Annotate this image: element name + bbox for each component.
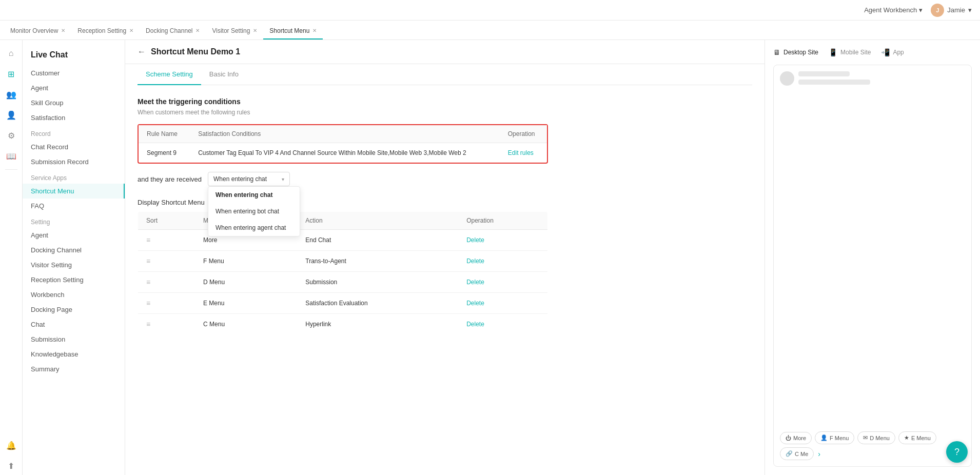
- delete-link[interactable]: Delete: [466, 236, 484, 244]
- sidebar-item-docking-channel[interactable]: Docking Channel: [23, 243, 125, 258]
- preview-btn-f-menu-label: F Menu: [830, 435, 849, 441]
- avatar: J: [931, 4, 944, 17]
- drag-handle[interactable]: ≡: [146, 257, 150, 265]
- tab-monitor-overview[interactable]: Monitor Overview ✕: [4, 27, 71, 39]
- close-tab-monitor-overview[interactable]: ✕: [61, 28, 65, 33]
- back-button[interactable]: ←: [138, 47, 146, 56]
- condition-dropdown-trigger[interactable]: When entering chat ▾: [208, 172, 290, 186]
- dd-item-entering-bot[interactable]: When entering bot chat: [208, 203, 300, 220]
- menu-action-cell: Satisfaction Evaluation: [297, 293, 458, 314]
- preview-mobile-label: Mobile Site: [840, 49, 871, 56]
- preview-btn-f-menu[interactable]: 👤 F Menu: [815, 431, 854, 444]
- menu-action-cell: End Chat: [297, 230, 458, 251]
- trigger-section-title: Meet the triggering conditions: [138, 97, 752, 106]
- shortcut-table: Sort Menu Name Action Operation ≡ More E…: [138, 211, 548, 335]
- preview-tab-mobile[interactable]: 📱 Mobile Site: [829, 48, 871, 56]
- sidebar-item-satisfaction[interactable]: Satisfaction: [23, 110, 125, 125]
- preview-chat-area: ⏻ More 👤 F Menu ✉ D Menu ★ E Menu: [773, 65, 972, 467]
- edit-rules-link[interactable]: Edit rules: [508, 149, 534, 156]
- rule-operation-cell: Edit rules: [500, 143, 547, 163]
- rules-col-name: Rule Name: [139, 125, 190, 143]
- agent-workbench-dropdown[interactable]: Agent Workbench ▾: [864, 6, 923, 14]
- shortcut-col-operation: Operation: [458, 212, 547, 230]
- sidebar-item-customer[interactable]: Customer: [23, 66, 125, 81]
- chevron-down-icon: ▾: [282, 176, 284, 182]
- table-row: ≡ More End Chat Delete: [138, 230, 548, 251]
- delete-link[interactable]: Delete: [466, 279, 484, 286]
- nav-section-record: Record: [23, 125, 125, 140]
- table-row: ≡ C Menu Hyperlink Delete: [138, 314, 548, 335]
- drag-handle[interactable]: ≡: [146, 236, 150, 244]
- star-icon: ★: [904, 434, 909, 441]
- preview-btn-e-menu[interactable]: ★ E Menu: [898, 431, 936, 444]
- drag-handle[interactable]: ≡: [146, 278, 150, 286]
- tab-shortcut-menu[interactable]: Shortcut Menu ✕: [263, 27, 323, 39]
- preview-tab-desktop[interactable]: 🖥 Desktop Site: [773, 48, 818, 56]
- sidebar-item-shortcut-menu[interactable]: Shortcut Menu: [23, 184, 125, 199]
- delete-link[interactable]: Delete: [466, 321, 484, 328]
- menu-name-cell: C Menu: [195, 314, 297, 335]
- icon-book[interactable]: 📖: [2, 147, 21, 165]
- page-title: Shortcut Menu Demo 1: [151, 47, 240, 56]
- desktop-icon: 🖥: [773, 48, 780, 56]
- sidebar-item-chat[interactable]: Chat: [23, 317, 125, 332]
- sidebar-item-reception-setting[interactable]: Reception Setting: [23, 272, 125, 287]
- power-icon: ⏻: [786, 435, 791, 441]
- drag-handle[interactable]: ≡: [146, 320, 150, 328]
- sidebar-item-submission-record[interactable]: Submission Record: [23, 154, 125, 169]
- icon-settings[interactable]: ⚙: [2, 126, 21, 145]
- tab-reception-setting[interactable]: Reception Setting ✕: [71, 27, 140, 39]
- delete-link[interactable]: Delete: [466, 300, 484, 307]
- sidebar-item-chat-record[interactable]: Chat Record: [23, 140, 125, 154]
- content-header: ← Shortcut Menu Demo 1: [125, 40, 765, 64]
- rule-conditions-cell: Customer Tag Equal To VIP 4 And Channel …: [190, 143, 500, 163]
- sidebar-item-faq[interactable]: FAQ: [23, 199, 125, 213]
- icon-upload[interactable]: ⬆: [2, 457, 21, 475]
- table-row: ≡ E Menu Satisfaction Evaluation Delete: [138, 293, 548, 314]
- tab-visitor-setting[interactable]: Visitor Setting ✕: [206, 27, 263, 39]
- condition-row: and they are received When entering chat…: [138, 172, 752, 186]
- delete-link[interactable]: Delete: [466, 258, 484, 265]
- preview-btn-more[interactable]: ⏻ More: [780, 432, 812, 444]
- close-tab-visitor-setting[interactable]: ✕: [253, 28, 257, 33]
- drag-handle[interactable]: ≡: [146, 299, 150, 307]
- preview-btn-d-menu[interactable]: ✉ D Menu: [857, 431, 895, 444]
- sidebar-item-knowledgebase[interactable]: Knowledgebase: [23, 347, 125, 362]
- sidebar-item-workbench[interactable]: Workbench: [23, 287, 125, 302]
- sidebar-item-summary[interactable]: Summary: [23, 362, 125, 377]
- agent-workbench-label: Agent Workbench: [864, 6, 917, 14]
- preview-btn-c-menu[interactable]: 🔗 C Me: [780, 447, 814, 460]
- shortcut-col-sort: Sort: [138, 212, 195, 230]
- icon-grid[interactable]: ⊞: [2, 65, 21, 83]
- close-tab-shortcut-menu[interactable]: ✕: [312, 28, 317, 33]
- icon-separator: [5, 169, 17, 170]
- icon-person[interactable]: 👤: [2, 106, 21, 124]
- sidebar-item-docking-page[interactable]: Docking Page: [23, 302, 125, 317]
- dd-item-entering-agent[interactable]: When entering agent chat: [208, 220, 300, 236]
- sidebar-item-setting-agent[interactable]: Agent: [23, 228, 125, 243]
- icon-home[interactable]: ⌂: [2, 44, 21, 63]
- link-icon: 🔗: [786, 450, 793, 457]
- rule-name-cell: Segment 9: [139, 143, 190, 163]
- table-row: Segment 9 Customer Tag Equal To VIP 4 An…: [139, 143, 547, 163]
- preview-more-arrow[interactable]: ›: [818, 450, 820, 458]
- preview-btn-more-label: More: [793, 435, 806, 441]
- close-tab-reception-setting[interactable]: ✕: [129, 28, 133, 33]
- sidebar-item-agent[interactable]: Agent: [23, 81, 125, 95]
- tab-scheme-setting[interactable]: Scheme Setting: [138, 64, 201, 85]
- icon-bell[interactable]: 🔔: [2, 436, 21, 454]
- tab-basic-info[interactable]: Basic Info: [201, 64, 247, 85]
- sidebar-item-visitor-setting[interactable]: Visitor Setting: [23, 258, 125, 272]
- sidebar-item-submission[interactable]: Submission: [23, 332, 125, 347]
- user-menu[interactable]: J Jamie ▾: [931, 4, 972, 17]
- preview-btn-e-menu-label: E Menu: [911, 435, 931, 441]
- dd-item-entering-chat[interactable]: When entering chat: [208, 187, 300, 203]
- sidebar-item-skill-group[interactable]: Skill Group: [23, 95, 125, 110]
- help-fab[interactable]: ?: [946, 441, 968, 463]
- preview-tab-app[interactable]: 📲 App: [881, 48, 904, 56]
- close-tab-docking-channel[interactable]: ✕: [195, 28, 200, 33]
- menu-action-cell: Hyperlink: [297, 314, 458, 335]
- icon-people[interactable]: 👥: [2, 85, 21, 104]
- top-bar: Agent Workbench ▾ J Jamie ▾: [0, 0, 980, 21]
- tab-docking-channel[interactable]: Docking Channel ✕: [140, 27, 206, 39]
